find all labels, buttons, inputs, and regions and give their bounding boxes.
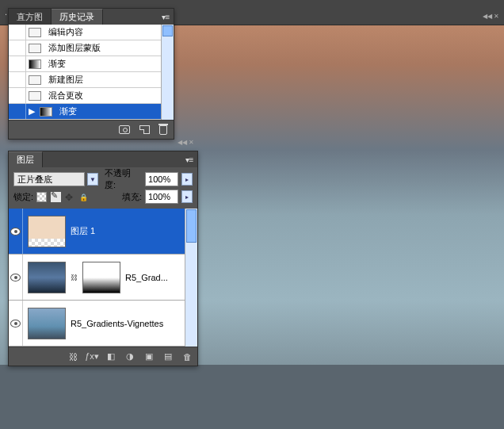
lock-label: 锁定: <box>13 191 33 203</box>
history-item[interactable]: 混合更改 <box>9 88 161 104</box>
visibility-toggle[interactable] <box>9 301 23 346</box>
history-scrollbar[interactable] <box>161 25 174 120</box>
layer-thumbnail[interactable] <box>28 308 66 339</box>
snapshot-icon[interactable] <box>119 125 130 134</box>
panel-menu-icon[interactable]: ▾≡ <box>158 9 174 25</box>
history-item[interactable]: 编辑内容 <box>9 25 161 40</box>
new-layer-icon[interactable]: ▤ <box>162 351 174 362</box>
history-item[interactable]: ▶ 渐变 <box>9 104 161 120</box>
history-item[interactable]: 添加图层蒙版 <box>9 40 161 56</box>
panel-menu-icon[interactable]: ▾≡ <box>181 151 197 167</box>
lock-icons <box>36 192 90 202</box>
mask-thumbnail[interactable] <box>82 262 120 293</box>
layer-row[interactable]: 图层 1 <box>9 209 185 255</box>
link-layers-icon[interactable]: ⛓ <box>67 351 78 362</box>
history-current-icon: ▶ <box>26 104 37 119</box>
layers-footer: ⛓ ƒx▾ ◧ ◑ ▣ ▤ 🗑 <box>9 347 197 366</box>
tab-histogram[interactable]: 直方图 <box>9 9 52 25</box>
collapse-icon[interactable]: ◀◀ ✕ <box>178 139 194 146</box>
layer-row[interactable]: R5_Gradients-Vignettes <box>9 301 185 347</box>
eye-icon <box>10 320 21 327</box>
layers-panel-tabs: ◀◀ ✕ 图层 ▾≡ <box>9 151 197 167</box>
lock-transparency-icon[interactable] <box>36 192 47 202</box>
eye-icon <box>10 228 21 236</box>
gradient-icon <box>40 107 52 117</box>
tab-handle[interactable]: ◀◀ ✕ <box>483 13 499 20</box>
layer-mask-icon[interactable]: ◧ <box>105 351 116 362</box>
layer-fx-icon[interactable]: ƒx▾ <box>86 351 97 362</box>
tab-layers[interactable]: 图层 <box>9 151 43 167</box>
layers-panel: ◀◀ ✕ 图层 ▾≡ 正片叠底 ▼ 不透明度: 100% ▸ 锁定: 填充: 1… <box>8 151 198 366</box>
opacity-label: 不透明度: <box>105 167 142 191</box>
history-item[interactable]: 渐变 <box>9 56 161 72</box>
blend-icon <box>29 91 41 101</box>
fill-flyout-icon[interactable]: ▸ <box>181 190 193 203</box>
visibility-toggle[interactable] <box>9 255 23 300</box>
layers-scrollbar[interactable] <box>185 209 197 347</box>
layer-controls: 正片叠底 ▼ 不透明度: 100% ▸ 锁定: 填充: 100% ▸ <box>9 167 197 209</box>
gradient-icon <box>29 59 41 69</box>
tab-history[interactable]: 历史记录 <box>52 9 103 25</box>
visibility-toggle[interactable] <box>9 209 23 254</box>
history-panel-tabs: 直方图 历史记录 ▾≡ <box>9 9 174 25</box>
opacity-input[interactable]: 100% <box>145 172 178 186</box>
link-icon: ⛓ <box>71 274 78 282</box>
trash-icon[interactable]: 🗑 <box>181 351 193 362</box>
history-item[interactable]: 新建图层 <box>9 72 161 88</box>
lock-pixels-icon[interactable] <box>51 192 61 202</box>
fill-input[interactable]: 100% <box>145 190 178 204</box>
layer-thumbnail[interactable] <box>28 216 66 247</box>
eye-icon <box>10 274 21 282</box>
group-icon[interactable]: ▣ <box>143 351 155 362</box>
opacity-flyout-icon[interactable]: ▸ <box>181 173 193 186</box>
layer-thumbnail[interactable] <box>28 262 66 293</box>
lock-all-icon[interactable] <box>79 192 90 202</box>
new-state-icon[interactable] <box>139 125 150 134</box>
history-list: 编辑内容 添加图层蒙版 渐变 新建图层 <box>9 25 174 120</box>
trash-icon[interactable] <box>159 125 167 135</box>
layer-row[interactable]: ⛓ R5_Grad... <box>9 255 185 301</box>
history-footer <box>9 120 174 139</box>
mask-icon <box>29 44 41 53</box>
adjustment-layer-icon[interactable]: ◑ <box>124 351 136 362</box>
lock-position-icon[interactable] <box>65 192 75 202</box>
fill-label: 填充: <box>122 191 142 203</box>
blend-mode-select[interactable]: 正片叠底 <box>13 172 85 186</box>
history-panel: 直方图 历史记录 ▾≡ 编辑内容 添加图层蒙版 渐变 <box>8 8 174 140</box>
chevron-down-icon[interactable]: ▼ <box>87 173 98 186</box>
new-layer-icon <box>29 75 41 85</box>
layer-list: 图层 1 ⛓ R5_Grad... R5_Gradients-Vignettes <box>9 209 197 347</box>
edit-icon <box>29 28 41 37</box>
